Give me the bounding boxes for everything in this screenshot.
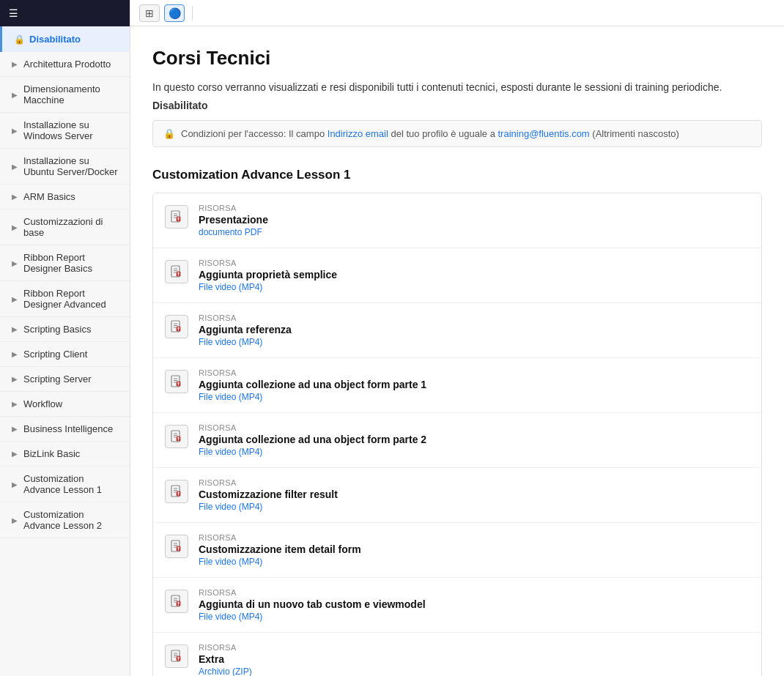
resources-list: Risorsa Presentazione documento PDF Riso… xyxy=(152,193,762,676)
sidebar-item-business-intelligence[interactable]: ▶ Business Intelligence xyxy=(0,417,130,442)
sidebar-active-label: Disabilitato xyxy=(29,34,81,45)
sidebar-item-installazione-ubuntu[interactable]: ▶ Installazione su Ubuntu Server/Docker xyxy=(0,149,130,185)
resource-name: Aggiunta di un nuovo tab custom e viewmo… xyxy=(199,598,426,610)
section-title: Customization Advance Lesson 1 xyxy=(152,168,762,182)
resource-type: File video (MP4) xyxy=(199,392,426,402)
sidebar: ☰ 🔒 Disabilitato ▶ Architettura Prodotto… xyxy=(0,0,130,676)
resource-type: File video (MP4) xyxy=(199,612,426,622)
sidebar-item-label: Customization Advance Lesson 1 xyxy=(23,473,121,495)
sidebar-item-architettura-prodotto[interactable]: ▶ Architettura Prodotto xyxy=(0,52,130,77)
topbar-btn-grid[interactable]: ⊞ xyxy=(139,4,160,22)
resource-type: File video (MP4) xyxy=(199,282,337,292)
chevron-icon: ▶ xyxy=(12,223,18,231)
menu-icon: ☰ xyxy=(9,7,18,19)
sidebar-item-ribbon-basics[interactable]: ▶ Ribbon Report Designer Basics xyxy=(0,245,130,281)
resource-info: Risorsa Aggiunta referenza File video (M… xyxy=(199,313,292,347)
access-lock-icon: 🔒 xyxy=(163,128,175,139)
resource-row: Risorsa Customizzazione item detail form… xyxy=(153,523,761,578)
resource-icon xyxy=(165,425,188,448)
chevron-icon: ▶ xyxy=(12,400,18,408)
resource-info: Risorsa Aggiunta proprietà semplice File… xyxy=(199,259,337,292)
resource-info: Risorsa Aggiunta collezione ad una objec… xyxy=(199,368,426,402)
resource-icon xyxy=(165,260,188,283)
sidebar-item-label: Installazione su Windows Server xyxy=(23,119,121,141)
sidebar-item-customization-advance-1[interactable]: ▶ Customization Advance Lesson 1 xyxy=(0,467,130,502)
main-content: Corsi Tecnici In questo corso verranno v… xyxy=(130,26,784,676)
resource-row: Risorsa Aggiunta proprietà semplice File… xyxy=(153,248,761,303)
resource-name: Presentazione xyxy=(199,214,268,226)
topbar-btn-circle[interactable]: 🔵 xyxy=(164,4,185,22)
resource-info: Risorsa Aggiunta collezione ad una objec… xyxy=(199,423,426,457)
topbar-divider xyxy=(192,6,193,21)
chevron-icon: ▶ xyxy=(12,193,18,201)
resource-name: Customizzazione filter result xyxy=(199,489,338,500)
sidebar-item-ribbon-advanced[interactable]: ▶ Ribbon Report Designer Advanced xyxy=(0,281,130,317)
chevron-icon: ▶ xyxy=(12,350,18,358)
resource-row: Risorsa Aggiunta di un nuovo tab custom … xyxy=(153,578,761,633)
resource-tag: Risorsa xyxy=(199,313,292,322)
sidebar-item-label: Architettura Prodotto xyxy=(23,59,111,70)
sidebar-item-scripting-server[interactable]: ▶ Scripting Server xyxy=(0,367,130,392)
sidebar-item-label: Business Intelligence xyxy=(23,423,113,434)
resource-icon xyxy=(165,535,188,558)
sidebar-item-label: Ribbon Report Designer Advanced xyxy=(23,288,121,310)
resource-name: Aggiunta proprietà semplice xyxy=(199,269,337,281)
resource-type: Archivio (ZIP) xyxy=(199,666,252,676)
resource-name: Extra xyxy=(199,653,252,665)
resource-name: Customizzazione item detail form xyxy=(199,543,361,555)
resource-info: Risorsa Customizzazione item detail form… xyxy=(199,533,361,567)
access-notice-text: Condizioni per l'accesso: Il campo Indir… xyxy=(181,128,679,139)
chevron-icon: ▶ xyxy=(12,480,18,489)
resource-icon xyxy=(165,645,188,668)
topbar: ⊞ 🔵 xyxy=(130,0,784,26)
sidebar-active-disabilitato[interactable]: 🔒 Disabilitato xyxy=(0,26,130,52)
sidebar-item-scripting-client[interactable]: ▶ Scripting Client xyxy=(0,342,130,367)
resource-type: File video (MP4) xyxy=(199,447,426,457)
resource-info: Risorsa Customizzazione filter result Fi… xyxy=(199,478,338,512)
sidebar-item-label: Customization Advance Lesson 2 xyxy=(23,509,121,531)
sidebar-item-label: Workflow xyxy=(23,398,62,409)
resource-type: File video (MP4) xyxy=(199,337,292,347)
resource-icon xyxy=(165,480,188,503)
sidebar-item-arm-basics[interactable]: ▶ ARM Basics xyxy=(0,185,130,209)
access-email-link[interactable]: Indirizzo email xyxy=(328,128,388,139)
page-title: Corsi Tecnici xyxy=(152,47,762,70)
chevron-icon: ▶ xyxy=(12,450,18,458)
resource-name: Aggiunta referenza xyxy=(199,324,292,335)
resource-info: Risorsa Extra Archivio (ZIP) xyxy=(199,643,252,676)
chevron-icon: ▶ xyxy=(12,259,18,267)
resource-tag: Risorsa xyxy=(199,533,361,542)
resource-type: File video (MP4) xyxy=(199,557,361,567)
chevron-icon: ▶ xyxy=(12,91,18,99)
resource-tag: Risorsa xyxy=(199,204,268,212)
chevron-icon: ▶ xyxy=(12,295,18,303)
sidebar-item-dimensionamento-macchine[interactable]: ▶ Dimensionamento Macchine xyxy=(0,77,130,113)
chevron-icon: ▶ xyxy=(12,516,18,524)
resource-info: Risorsa Presentazione documento PDF xyxy=(199,204,268,237)
sidebar-item-installazione-windows[interactable]: ▶ Installazione su Windows Server xyxy=(0,113,130,149)
resource-row: Risorsa Customizzazione filter result Fi… xyxy=(153,468,761,523)
sidebar-item-workflow[interactable]: ▶ Workflow xyxy=(0,392,130,417)
sidebar-item-label: Dimensionamento Macchine xyxy=(23,83,121,105)
access-email-address[interactable]: training@fluentis.com xyxy=(498,128,590,139)
sidebar-items-list: ▶ Architettura Prodotto ▶ Dimensionament… xyxy=(0,52,130,538)
sidebar-item-bizlink-basic[interactable]: ▶ BizLink Basic xyxy=(0,442,130,467)
resource-row: Risorsa Aggiunta referenza File video (M… xyxy=(153,303,761,358)
sidebar-item-label: Scripting Server xyxy=(23,374,91,385)
sidebar-item-label: ARM Basics xyxy=(23,191,75,202)
sidebar-item-customizzazioni-base[interactable]: ▶ Customizzazioni di base xyxy=(0,209,130,245)
sidebar-item-label: Installazione su Ubuntu Server/Docker xyxy=(23,155,121,177)
resource-type: documento PDF xyxy=(199,227,268,237)
sidebar-header: ☰ xyxy=(0,0,130,26)
sidebar-item-label: Customizzazioni di base xyxy=(23,216,121,238)
chevron-icon: ▶ xyxy=(12,163,18,171)
sidebar-item-scripting-basics[interactable]: ▶ Scripting Basics xyxy=(0,317,130,342)
sidebar-item-label: Scripting Basics xyxy=(23,324,91,335)
resource-icon xyxy=(165,205,188,229)
resource-icon xyxy=(165,315,188,338)
resource-tag: Risorsa xyxy=(199,643,252,652)
chevron-icon: ▶ xyxy=(12,375,18,383)
sidebar-item-label: Ribbon Report Designer Basics xyxy=(23,252,121,274)
resource-tag: Risorsa xyxy=(199,423,426,432)
sidebar-item-customization-advance-2[interactable]: ▶ Customization Advance Lesson 2 xyxy=(0,502,130,538)
